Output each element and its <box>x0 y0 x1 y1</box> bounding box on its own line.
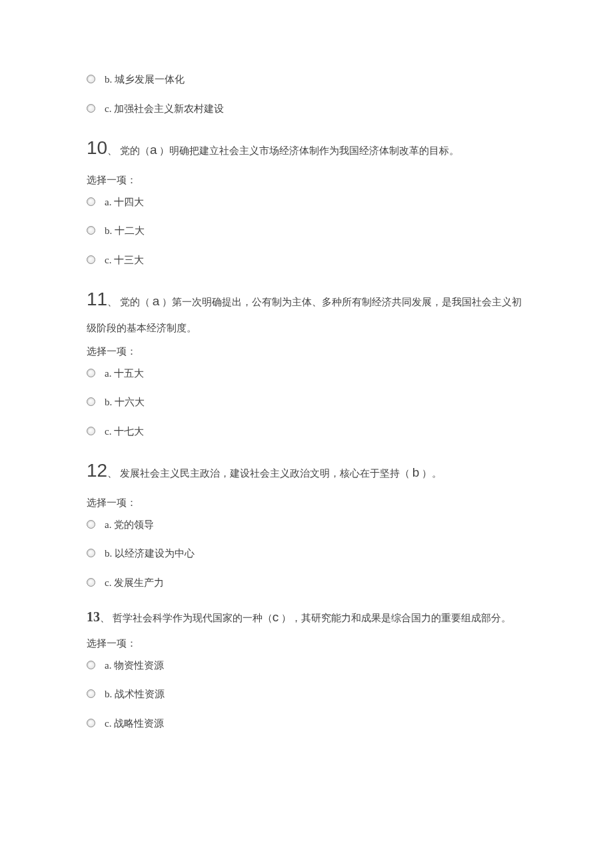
question-text-post: ）明确把建立社会主义市场经济体制作为我国经济体制改革的目标。 <box>157 145 459 156</box>
option-text: c. 十七大 <box>105 423 144 441</box>
question-13: 13、 哲学社会科学作为现代国家的一种（c ），其研究能力和成果是综合国力的重要… <box>87 603 526 630</box>
radio-icon[interactable] <box>87 75 95 83</box>
option-row[interactable]: b. 战术性资源 <box>87 686 526 703</box>
answer-letter: a <box>153 294 160 308</box>
radio-icon[interactable] <box>87 104 95 113</box>
option-row[interactable]: b. 十六大 <box>87 394 526 411</box>
radio-icon[interactable] <box>87 255 95 264</box>
option-text: c. 加强社会主义新农村建设 <box>105 101 224 118</box>
radio-icon[interactable] <box>87 689 95 698</box>
option-row[interactable]: c. 发展生产力 <box>87 575 526 592</box>
option-row[interactable]: a. 物资性资源 <box>87 657 526 675</box>
option-row[interactable]: a. 党的领导 <box>87 517 526 534</box>
option-text: a. 党的领导 <box>105 517 154 534</box>
enumerator: 、 <box>107 145 117 156</box>
select-prompt: 选择一项： <box>87 343 526 361</box>
radio-icon[interactable] <box>87 197 95 206</box>
option-row[interactable]: b. 十二大 <box>87 223 526 240</box>
question-12: 12、 发展社会主义民主政治，建设社会主义政治文明，核心在于坚持（ b ）。 <box>87 452 526 489</box>
option-text: c. 战略性资源 <box>105 715 164 733</box>
question-number: 10 <box>87 137 107 158</box>
option-text: c. 发展生产力 <box>105 575 164 592</box>
question-10: 10、 党的（a ）明确把建立社会主义市场经济体制作为我国经济体制改革的目标。 <box>87 129 526 167</box>
option-row[interactable]: b. 以经济建设为中心 <box>87 545 526 563</box>
radio-icon[interactable] <box>87 427 95 435</box>
question-text-pre: 哲学社会科学作为现代国家的一种（ <box>113 613 273 623</box>
enumerator: 、 <box>107 297 117 307</box>
enumerator: 、 <box>107 468 117 479</box>
orphan-options-block: b. 城乡发展一体化 c. 加强社会主义新农村建设 <box>87 71 526 117</box>
option-row[interactable]: c. 加强社会主义新农村建设 <box>87 101 526 118</box>
select-prompt: 选择一项： <box>87 172 526 189</box>
radio-icon[interactable] <box>87 578 95 587</box>
radio-icon[interactable] <box>87 520 95 529</box>
option-row[interactable]: c. 十三大 <box>87 252 526 269</box>
answer-letter: b <box>412 465 420 479</box>
option-row[interactable]: c. 十七大 <box>87 423 526 441</box>
option-text: b. 城乡发展一体化 <box>105 71 185 89</box>
option-row[interactable]: a. 十五大 <box>87 365 526 383</box>
option-row[interactable]: c. 战略性资源 <box>87 715 526 733</box>
question-text-post: ），其研究能力和成果是综合国力的重要组成部分。 <box>279 613 511 623</box>
option-row[interactable]: b. 城乡发展一体化 <box>87 71 526 89</box>
enumerator: 、 <box>100 613 110 623</box>
select-prompt: 选择一项： <box>87 495 526 512</box>
option-text: a. 物资性资源 <box>105 657 164 675</box>
radio-icon[interactable] <box>87 719 95 727</box>
answer-letter: a <box>150 143 157 157</box>
question-number: 13 <box>87 609 100 624</box>
radio-icon[interactable] <box>87 397 95 406</box>
option-text: a. 十四大 <box>105 194 144 211</box>
radio-icon[interactable] <box>87 226 95 235</box>
question-text-post: ）。 <box>419 468 442 479</box>
question-text-pre: 党的（ <box>120 145 150 156</box>
option-row[interactable]: a. 十四大 <box>87 194 526 211</box>
radio-icon[interactable] <box>87 549 95 557</box>
question-text-pre: 党的（ <box>120 297 153 307</box>
radio-icon[interactable] <box>87 369 95 377</box>
option-text: b. 以经济建设为中心 <box>105 545 195 563</box>
question-number: 11 <box>87 289 107 309</box>
question-11: 11、 党的（ a ）第一次明确提出，公有制为主体、多种所有制经济共同发展，是我… <box>87 281 526 338</box>
question-number: 12 <box>87 460 107 481</box>
question-text-pre: 发展社会主义民主政治，建设社会主义政治文明，核心在于坚持（ <box>120 468 412 479</box>
option-text: b. 十六大 <box>105 394 145 411</box>
radio-icon[interactable] <box>87 661 95 669</box>
option-text: c. 十三大 <box>105 252 144 269</box>
option-text: b. 战术性资源 <box>105 686 165 703</box>
option-text: b. 十二大 <box>105 223 145 240</box>
answer-letter: c <box>273 610 279 624</box>
option-text: a. 十五大 <box>105 365 144 383</box>
select-prompt: 选择一项： <box>87 635 526 653</box>
